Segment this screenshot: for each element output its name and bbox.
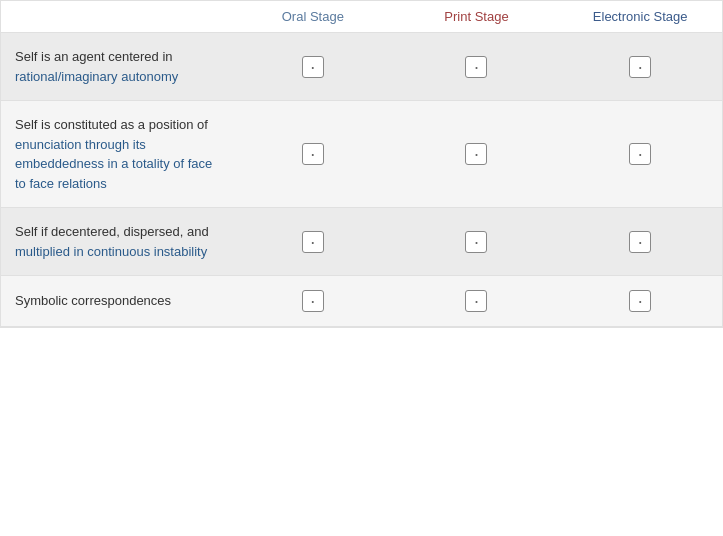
checkbox-row2-print[interactable] bbox=[465, 143, 487, 165]
checkbox-cell-row1-oral bbox=[231, 56, 395, 78]
checkbox-row3-oral[interactable] bbox=[302, 231, 324, 253]
row-label-2: Self is constituted as a position of enu… bbox=[1, 115, 231, 193]
checkbox-row3-electronic[interactable] bbox=[629, 231, 651, 253]
main-table: Oral Stage Print Stage Electronic Stage … bbox=[0, 0, 723, 328]
table-row: Self is an agent centered in rational/im… bbox=[1, 33, 722, 101]
checkbox-cell-row3-electronic bbox=[558, 231, 722, 253]
header-electronic-stage: Electronic Stage bbox=[558, 9, 722, 24]
checkbox-cell-row2-print bbox=[395, 143, 559, 165]
row-label-4: Symbolic correspondences bbox=[1, 291, 231, 311]
checkbox-cell-row4-oral bbox=[231, 290, 395, 312]
checkbox-cell-row2-electronic bbox=[558, 143, 722, 165]
checkbox-cell-row3-print bbox=[395, 231, 559, 253]
checkbox-row1-electronic[interactable] bbox=[629, 56, 651, 78]
table-row: Symbolic correspondences bbox=[1, 276, 722, 327]
row-label-3: Self if decentered, dispersed, and multi… bbox=[1, 222, 231, 261]
checkbox-row4-print[interactable] bbox=[465, 290, 487, 312]
header-oral-stage: Oral Stage bbox=[231, 9, 395, 24]
table-row: Self if decentered, dispersed, and multi… bbox=[1, 208, 722, 276]
checkbox-cell-row1-print bbox=[395, 56, 559, 78]
checkbox-row4-electronic[interactable] bbox=[629, 290, 651, 312]
checkbox-row2-oral[interactable] bbox=[302, 143, 324, 165]
checkbox-row1-oral[interactable] bbox=[302, 56, 324, 78]
checkbox-row1-print[interactable] bbox=[465, 56, 487, 78]
row-label-1-highlight: rational/imaginary autonomy bbox=[15, 69, 178, 84]
checkbox-cell-row3-oral bbox=[231, 231, 395, 253]
row-label-3-highlight: multiplied in continuous instability bbox=[15, 244, 207, 259]
checkbox-row3-print[interactable] bbox=[465, 231, 487, 253]
checkbox-cell-row4-electronic bbox=[558, 290, 722, 312]
checkbox-row4-oral[interactable] bbox=[302, 290, 324, 312]
checkbox-cell-row2-oral bbox=[231, 143, 395, 165]
row-label-1: Self is an agent centered in rational/im… bbox=[1, 47, 231, 86]
table-header: Oral Stage Print Stage Electronic Stage bbox=[1, 1, 722, 33]
checkbox-row2-electronic[interactable] bbox=[629, 143, 651, 165]
table-row: Self is constituted as a position of enu… bbox=[1, 101, 722, 208]
checkbox-cell-row4-print bbox=[395, 290, 559, 312]
header-col1 bbox=[1, 9, 231, 24]
header-print-stage: Print Stage bbox=[395, 9, 559, 24]
row-label-2-highlight: enunciation through its embeddedness in … bbox=[15, 137, 212, 191]
checkbox-cell-row1-electronic bbox=[558, 56, 722, 78]
